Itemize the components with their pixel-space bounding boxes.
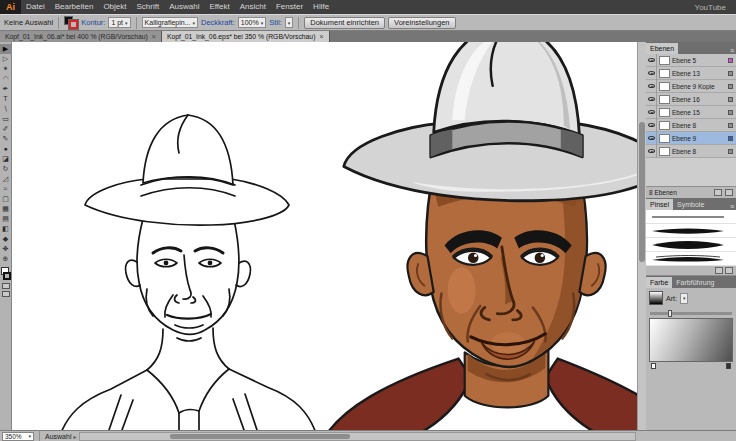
- close-icon[interactable]: ×: [319, 33, 323, 40]
- rotate-tool[interactable]: ↻: [0, 164, 12, 174]
- line-tool[interactable]: ∖: [0, 104, 12, 114]
- mesh-tool[interactable]: ▤: [0, 214, 12, 224]
- stroke-weight-dropdown[interactable]: 1 pt ▾: [108, 17, 130, 28]
- document-tab-2[interactable]: Kopf_01_Ink_06.eps* bei 350 % (RGB/Vorsc…: [162, 31, 330, 42]
- layer-name[interactable]: Ebene 5: [672, 57, 728, 64]
- layer-color-chip[interactable]: [728, 97, 733, 102]
- layer-row-selected[interactable]: Ebene 9: [646, 132, 736, 145]
- horizontal-scrollbar[interactable]: [79, 432, 636, 441]
- menu-item-effekt[interactable]: Effekt: [204, 0, 234, 14]
- perspective-grid-tool[interactable]: ▦: [0, 204, 12, 214]
- style-label[interactable]: Stil:: [269, 18, 282, 27]
- paintbrush-tool[interactable]: ✐: [0, 124, 12, 134]
- style-dropdown[interactable]: ▾: [285, 17, 294, 28]
- layer-row[interactable]: Ebene 16: [646, 93, 736, 106]
- status-readout[interactable]: Auswahl ▸: [45, 433, 76, 440]
- rectangle-tool[interactable]: ▭: [0, 114, 12, 124]
- layer-name[interactable]: Ebene 9: [672, 135, 728, 142]
- layer-row[interactable]: Ebene 8: [646, 119, 736, 132]
- panel-menu-icon[interactable]: ≡: [730, 203, 736, 210]
- screen-mode-button[interactable]: [2, 291, 10, 297]
- fill-stroke-swatch[interactable]: [64, 16, 78, 29]
- lasso-tool[interactable]: ◠: [0, 74, 12, 84]
- gradient-swatch[interactable]: [649, 291, 663, 305]
- menu-item-hilfe[interactable]: Hilfe: [308, 0, 334, 14]
- close-icon[interactable]: ×: [152, 33, 156, 40]
- menu-item-auswahl[interactable]: Auswahl: [164, 0, 204, 14]
- visibility-toggle[interactable]: [646, 119, 657, 132]
- layer-row[interactable]: Ebene 13: [646, 67, 736, 80]
- document-setup-button[interactable]: Dokument einrichten: [304, 17, 385, 29]
- layer-row[interactable]: Ebene 15: [646, 106, 736, 119]
- layer-name[interactable]: Ebene 8: [672, 148, 728, 155]
- zoom-level-dropdown[interactable]: 350% ▾: [2, 432, 34, 441]
- brush-item[interactable]: [646, 210, 736, 224]
- delete-layer-icon[interactable]: [725, 189, 733, 196]
- menu-item-fenster[interactable]: Fenster: [271, 0, 308, 14]
- pencil-tool[interactable]: ✎: [0, 134, 12, 144]
- layer-color-chip[interactable]: [728, 123, 733, 128]
- layer-color-chip[interactable]: [728, 110, 733, 115]
- gradient-stop-end[interactable]: [726, 363, 731, 369]
- brush-item[interactable]: [646, 238, 736, 252]
- tab-ebenen[interactable]: Ebenen: [646, 43, 678, 54]
- gradient-tool[interactable]: ◧: [0, 224, 12, 234]
- panel-menu-icon[interactable]: ≡: [730, 47, 736, 54]
- layer-name[interactable]: Ebene 15: [672, 109, 728, 116]
- gradient-type-dropdown[interactable]: ▾: [680, 293, 689, 304]
- stroke-swatch[interactable]: [69, 20, 78, 29]
- layer-row[interactable]: Ebene 9 Kopie: [646, 80, 736, 93]
- visibility-toggle[interactable]: [646, 145, 657, 158]
- free-transform-tool[interactable]: ▢: [0, 194, 12, 204]
- vertical-scrollbar[interactable]: [637, 42, 646, 430]
- visibility-toggle[interactable]: [646, 132, 657, 145]
- menu-item-datei[interactable]: Datei: [21, 0, 50, 14]
- brush-dropdown[interactable]: Kalligrafiepin... ▾: [142, 17, 198, 28]
- layer-color-chip[interactable]: [728, 136, 733, 141]
- vertical-scrollbar-thumb[interactable]: [639, 122, 645, 262]
- type-tool[interactable]: T: [0, 94, 12, 104]
- menu-item-schrift[interactable]: Schrift: [132, 0, 165, 14]
- layer-name[interactable]: Ebene 13: [672, 70, 728, 77]
- slider-knob[interactable]: [668, 310, 672, 317]
- layer-name[interactable]: Ebene 9 Kopie: [672, 83, 728, 90]
- opacity-label[interactable]: Deckkraft:: [201, 18, 235, 27]
- layer-row[interactable]: Ebene 8: [646, 145, 736, 158]
- visibility-toggle[interactable]: [646, 54, 657, 67]
- layer-color-chip[interactable]: [728, 149, 733, 154]
- layer-row[interactable]: Ebene 5: [646, 54, 736, 67]
- magic-wand-tool[interactable]: ✶: [0, 64, 12, 74]
- new-layer-icon[interactable]: [714, 189, 722, 196]
- brush-item[interactable]: [646, 224, 736, 238]
- gradient-slider[interactable]: [650, 312, 732, 315]
- new-brush-icon[interactable]: [715, 267, 723, 274]
- selection-tool[interactable]: ▶: [0, 44, 12, 54]
- tab-farbfuehrung[interactable]: Farbführung: [672, 277, 718, 288]
- gradient-stop-start[interactable]: [651, 363, 656, 369]
- opacity-dropdown[interactable]: 100% ▾: [238, 17, 266, 28]
- document-tab-1[interactable]: Kopf_01_Ink_06.ai* bei 400 % (RGB/Vorsch…: [0, 31, 162, 42]
- menu-item-bearbeiten[interactable]: Bearbeiten: [50, 0, 99, 14]
- document-canvas[interactable]: [12, 42, 637, 430]
- blob-brush-tool[interactable]: ●: [0, 144, 12, 154]
- draw-mode-button[interactable]: [2, 283, 10, 289]
- layer-name[interactable]: Ebene 16: [672, 96, 728, 103]
- blend-tool[interactable]: ✥: [0, 244, 12, 254]
- layer-color-chip[interactable]: [728, 71, 733, 76]
- stroke-label[interactable]: Kontur:: [81, 18, 105, 27]
- menu-item-objekt[interactable]: Objekt: [98, 0, 131, 14]
- visibility-toggle[interactable]: [646, 93, 657, 106]
- eyedropper-tool[interactable]: ◆: [0, 234, 12, 244]
- direct-selection-tool[interactable]: ▷: [0, 54, 12, 64]
- zoom-tool[interactable]: ⊕: [0, 254, 12, 264]
- layer-color-chip[interactable]: [728, 84, 733, 89]
- gradient-ramp[interactable]: [649, 318, 733, 362]
- tab-farbe[interactable]: Farbe: [646, 277, 672, 288]
- visibility-toggle[interactable]: [646, 106, 657, 119]
- width-tool[interactable]: ≈: [0, 184, 12, 194]
- layer-color-chip[interactable]: [728, 58, 733, 63]
- horizontal-scrollbar-thumb[interactable]: [170, 434, 350, 439]
- delete-brush-icon[interactable]: [725, 267, 733, 274]
- scale-tool[interactable]: ◿: [0, 174, 12, 184]
- stroke-swatch[interactable]: [3, 272, 11, 280]
